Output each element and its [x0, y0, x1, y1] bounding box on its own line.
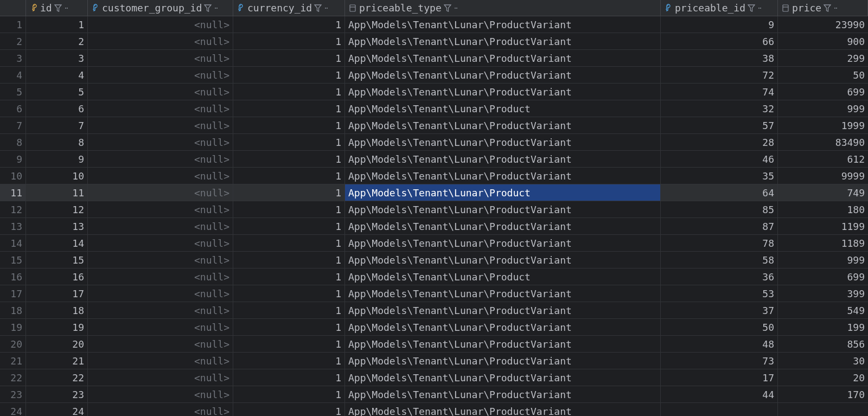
row-number[interactable]: 16	[0, 268, 26, 285]
cell-price[interactable]: 900	[778, 33, 868, 49]
table-row[interactable]: 1919<null>1App\Models\Tenant\Lunar\Produ…	[0, 319, 868, 336]
cell-price[interactable]	[778, 403, 868, 416]
row-number[interactable]: 6	[0, 100, 26, 117]
cell-price[interactable]: 1199	[778, 218, 868, 234]
cell-priceable_id[interactable]: 35	[661, 168, 778, 184]
cell-customer_group_id[interactable]: <null>	[88, 100, 233, 117]
cell-priceable_id[interactable]: 28	[661, 134, 778, 150]
row-number[interactable]: 12	[0, 201, 26, 217]
row-number[interactable]: 11	[0, 184, 26, 201]
cell-currency_id[interactable]: 1	[233, 403, 345, 416]
cell-customer_group_id[interactable]: <null>	[88, 369, 233, 386]
cell-id[interactable]: 24	[26, 403, 88, 416]
cell-price[interactable]: 1999	[778, 117, 868, 133]
cell-currency_id[interactable]: 1	[233, 50, 345, 66]
row-number[interactable]: 9	[0, 151, 26, 167]
cell-price[interactable]: 199	[778, 319, 868, 335]
cell-priceable_id[interactable]: 78	[661, 235, 778, 251]
cell-customer_group_id[interactable]: <null>	[88, 268, 233, 285]
filter-icon[interactable]	[204, 4, 212, 12]
cell-price[interactable]: 30	[778, 353, 868, 369]
cell-currency_id[interactable]: 1	[233, 235, 345, 251]
table-row[interactable]: 2424<null>1App\Models\Tenant\Lunar\Produ…	[0, 403, 868, 416]
row-number[interactable]: 20	[0, 336, 26, 352]
cell-priceable_type[interactable]: App\Models\Tenant\Lunar\ProductVariant	[345, 84, 661, 100]
cell-priceable_type[interactable]: App\Models\Tenant\Lunar\ProductVariant	[345, 218, 661, 234]
cell-currency_id[interactable]: 1	[233, 386, 345, 402]
cell-priceable_id[interactable]: 72	[661, 67, 778, 83]
column-header-priceable_type[interactable]: priceable_type	[345, 0, 661, 16]
cell-price[interactable]: 999	[778, 252, 868, 268]
row-number[interactable]: 8	[0, 134, 26, 150]
table-row[interactable]: 44<null>1App\Models\Tenant\Lunar\Product…	[0, 67, 868, 84]
cell-price[interactable]: 399	[778, 285, 868, 302]
table-row[interactable]: 1818<null>1App\Models\Tenant\Lunar\Produ…	[0, 302, 868, 319]
cell-customer_group_id[interactable]: <null>	[88, 252, 233, 268]
cell-id[interactable]: 6	[26, 100, 88, 117]
table-row[interactable]: 1313<null>1App\Models\Tenant\Lunar\Produ…	[0, 218, 868, 235]
table-row[interactable]: 1212<null>1App\Models\Tenant\Lunar\Produ…	[0, 201, 868, 218]
cell-priceable_id[interactable]: 85	[661, 201, 778, 217]
cell-customer_group_id[interactable]: <null>	[88, 201, 233, 217]
cell-price[interactable]: 20	[778, 369, 868, 386]
table-row[interactable]: 22<null>1App\Models\Tenant\Lunar\Product…	[0, 33, 868, 50]
row-number[interactable]: 14	[0, 235, 26, 251]
cell-priceable_type[interactable]: App\Models\Tenant\Lunar\ProductVariant	[345, 33, 661, 49]
cell-customer_group_id[interactable]: <null>	[88, 117, 233, 133]
cell-priceable_id[interactable]: 50	[661, 319, 778, 335]
cell-customer_group_id[interactable]: <null>	[88, 353, 233, 369]
cell-customer_group_id[interactable]: <null>	[88, 235, 233, 251]
cell-price[interactable]: 699	[778, 268, 868, 285]
cell-price[interactable]: 1189	[778, 235, 868, 251]
cell-price[interactable]: 9999	[778, 168, 868, 184]
cell-priceable_id[interactable]: 57	[661, 117, 778, 133]
column-header-priceable_id[interactable]: priceable_id	[661, 0, 778, 16]
cell-priceable_type[interactable]: App\Models\Tenant\Lunar\Product	[345, 184, 661, 201]
cell-customer_group_id[interactable]: <null>	[88, 33, 233, 49]
cell-priceable_type[interactable]: App\Models\Tenant\Lunar\ProductVariant	[345, 302, 661, 318]
table-row[interactable]: 2020<null>1App\Models\Tenant\Lunar\Produ…	[0, 336, 868, 353]
cell-customer_group_id[interactable]: <null>	[88, 50, 233, 66]
cell-customer_group_id[interactable]: <null>	[88, 151, 233, 167]
cell-id[interactable]: 21	[26, 353, 88, 369]
cell-customer_group_id[interactable]: <null>	[88, 319, 233, 335]
cell-price[interactable]: 612	[778, 151, 868, 167]
cell-id[interactable]: 2	[26, 33, 88, 49]
cell-priceable_id[interactable]: 9	[661, 16, 778, 33]
cell-currency_id[interactable]: 1	[233, 336, 345, 352]
cell-currency_id[interactable]: 1	[233, 268, 345, 285]
cell-price[interactable]: 549	[778, 302, 868, 318]
row-number[interactable]: 22	[0, 369, 26, 386]
cell-priceable_id[interactable]	[661, 403, 778, 416]
table-row[interactable]: 1515<null>1App\Models\Tenant\Lunar\Produ…	[0, 252, 868, 268]
filter-icon[interactable]	[824, 4, 831, 12]
column-header-id[interactable]: id	[26, 0, 88, 16]
cell-priceable_type[interactable]: App\Models\Tenant\Lunar\Product	[345, 100, 661, 117]
cell-priceable_type[interactable]: App\Models\Tenant\Lunar\ProductVariant	[345, 336, 661, 352]
row-number[interactable]: 18	[0, 302, 26, 318]
cell-customer_group_id[interactable]: <null>	[88, 336, 233, 352]
row-number[interactable]: 1	[0, 16, 26, 33]
cell-id[interactable]: 8	[26, 134, 88, 150]
row-number[interactable]: 21	[0, 353, 26, 369]
cell-currency_id[interactable]: 1	[233, 84, 345, 100]
cell-priceable_type[interactable]: App\Models\Tenant\Lunar\ProductVariant	[345, 168, 661, 184]
cell-priceable_type[interactable]: App\Models\Tenant\Lunar\ProductVariant	[345, 353, 661, 369]
cell-currency_id[interactable]: 1	[233, 285, 345, 302]
cell-priceable_type[interactable]: App\Models\Tenant\Lunar\ProductVariant	[345, 117, 661, 133]
cell-priceable_id[interactable]: 38	[661, 50, 778, 66]
cell-price[interactable]: 170	[778, 386, 868, 402]
column-header-currency_id[interactable]: currency_id	[233, 0, 345, 16]
cell-priceable_type[interactable]: App\Models\Tenant\Lunar\ProductVariant	[345, 319, 661, 335]
cell-priceable_type[interactable]: App\Models\Tenant\Lunar\ProductVariant	[345, 403, 661, 416]
table-row[interactable]: 2121<null>1App\Models\Tenant\Lunar\Produ…	[0, 353, 868, 369]
cell-priceable_id[interactable]: 53	[661, 285, 778, 302]
cell-currency_id[interactable]: 1	[233, 100, 345, 117]
cell-price[interactable]: 83490	[778, 134, 868, 150]
cell-currency_id[interactable]: 1	[233, 218, 345, 234]
cell-priceable_id[interactable]: 44	[661, 386, 778, 402]
filter-icon[interactable]	[444, 4, 451, 12]
cell-id[interactable]: 23	[26, 386, 88, 402]
cell-id[interactable]: 18	[26, 302, 88, 318]
cell-price[interactable]: 749	[778, 184, 868, 201]
